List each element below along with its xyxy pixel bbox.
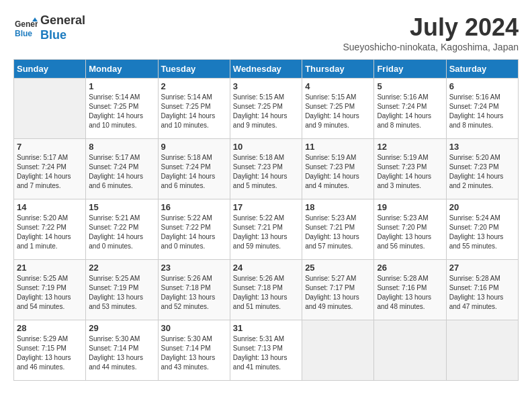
day-info: Sunrise: 5:20 AMSunset: 7:22 PMDaylight:… — [17, 214, 83, 251]
day-info: Sunrise: 5:21 AMSunset: 7:22 PMDaylight:… — [89, 214, 154, 251]
day-number: 9 — [161, 142, 227, 152]
day-number: 14 — [17, 202, 83, 212]
day-number: 20 — [449, 202, 515, 212]
calendar-cell: 16 Sunrise: 5:22 AMSunset: 7:22 PMDaylig… — [158, 199, 230, 260]
page-header: General Blue General Blue July 2024 Suey… — [13, 13, 519, 52]
calendar-cell: 20 Sunrise: 5:24 AMSunset: 7:20 PMDaylig… — [446, 199, 518, 260]
weekday-header-tuesday: Tuesday — [158, 60, 230, 79]
calendar-cell: 10 Sunrise: 5:18 AMSunset: 7:23 PMDaylig… — [230, 139, 302, 199]
calendar-cell: 29 Sunrise: 5:30 AMSunset: 7:14 PMDaylig… — [86, 320, 158, 381]
day-info: Sunrise: 5:19 AMSunset: 7:23 PMDaylight:… — [305, 153, 371, 191]
day-number: 1 — [89, 81, 154, 91]
day-number: 15 — [89, 202, 154, 212]
calendar-cell: 19 Sunrise: 5:23 AMSunset: 7:20 PMDaylig… — [374, 199, 446, 260]
calendar-cell: 27 Sunrise: 5:28 AMSunset: 7:16 PMDaylig… — [446, 260, 518, 320]
day-number: 21 — [17, 263, 83, 273]
day-info: Sunrise: 5:26 AMSunset: 7:18 PMDaylight:… — [233, 274, 299, 312]
day-number: 7 — [17, 142, 83, 152]
day-info: Sunrise: 5:28 AMSunset: 7:16 PMDaylight:… — [449, 274, 515, 312]
location: Sueyoshicho-ninokata, Kagoshima, Japan — [343, 42, 519, 52]
day-info: Sunrise: 5:15 AMSunset: 7:25 PMDaylight:… — [233, 93, 299, 130]
day-info: Sunrise: 5:17 AMSunset: 7:24 PMDaylight:… — [17, 153, 83, 191]
day-number: 5 — [377, 81, 443, 91]
day-number: 27 — [449, 263, 515, 273]
day-number: 31 — [233, 323, 299, 333]
weekday-header-row: SundayMondayTuesdayWednesdayThursdayFrid… — [14, 60, 519, 79]
day-number: 19 — [377, 202, 443, 212]
calendar-week-5: 28 Sunrise: 5:29 AMSunset: 7:15 PMDaylig… — [14, 320, 519, 381]
day-info: Sunrise: 5:23 AMSunset: 7:20 PMDaylight:… — [377, 214, 443, 251]
calendar-cell: 23 Sunrise: 5:26 AMSunset: 7:18 PMDaylig… — [158, 260, 230, 320]
day-info: Sunrise: 5:27 AMSunset: 7:17 PMDaylight:… — [305, 274, 371, 312]
day-info: Sunrise: 5:15 AMSunset: 7:25 PMDaylight:… — [305, 93, 371, 130]
calendar-cell: 5 Sunrise: 5:16 AMSunset: 7:24 PMDayligh… — [374, 79, 446, 139]
day-info: Sunrise: 5:31 AMSunset: 7:13 PMDaylight:… — [233, 334, 299, 372]
calendar-cell: 26 Sunrise: 5:28 AMSunset: 7:16 PMDaylig… — [374, 260, 446, 320]
day-info: Sunrise: 5:22 AMSunset: 7:21 PMDaylight:… — [233, 214, 299, 251]
calendar-week-4: 21 Sunrise: 5:25 AMSunset: 7:19 PMDaylig… — [14, 260, 519, 320]
day-info: Sunrise: 5:24 AMSunset: 7:20 PMDaylight:… — [449, 214, 515, 251]
day-number: 3 — [233, 81, 299, 91]
title-block: July 2024 Sueyoshicho-ninokata, Kagoshim… — [343, 13, 519, 52]
weekday-header-monday: Monday — [86, 60, 158, 79]
day-number: 28 — [17, 323, 83, 333]
day-info: Sunrise: 5:28 AMSunset: 7:16 PMDaylight:… — [377, 274, 443, 312]
logo: General Blue General Blue — [13, 13, 85, 42]
calendar-cell: 28 Sunrise: 5:29 AMSunset: 7:15 PMDaylig… — [14, 320, 86, 381]
day-number: 29 — [89, 323, 154, 333]
day-info: Sunrise: 5:25 AMSunset: 7:19 PMDaylight:… — [17, 274, 83, 312]
calendar-cell: 4 Sunrise: 5:15 AMSunset: 7:25 PMDayligh… — [302, 79, 374, 139]
calendar-cell: 8 Sunrise: 5:17 AMSunset: 7:24 PMDayligh… — [86, 139, 158, 199]
month-title: July 2024 — [343, 13, 519, 42]
calendar-cell: 30 Sunrise: 5:30 AMSunset: 7:14 PMDaylig… — [158, 320, 230, 381]
day-info: Sunrise: 5:22 AMSunset: 7:22 PMDaylight:… — [161, 214, 227, 251]
calendar-cell: 15 Sunrise: 5:21 AMSunset: 7:22 PMDaylig… — [86, 199, 158, 260]
day-number: 12 — [377, 142, 443, 152]
calendar-cell — [302, 320, 374, 381]
day-number: 30 — [161, 323, 227, 333]
day-info: Sunrise: 5:19 AMSunset: 7:23 PMDaylight:… — [377, 153, 443, 191]
calendar-cell: 21 Sunrise: 5:25 AMSunset: 7:19 PMDaylig… — [14, 260, 86, 320]
weekday-header-thursday: Thursday — [302, 60, 374, 79]
calendar-cell: 7 Sunrise: 5:17 AMSunset: 7:24 PMDayligh… — [14, 139, 86, 199]
calendar-cell: 18 Sunrise: 5:23 AMSunset: 7:21 PMDaylig… — [302, 199, 374, 260]
day-number: 2 — [161, 81, 227, 91]
day-number: 18 — [305, 202, 371, 212]
day-number: 17 — [233, 202, 299, 212]
day-number: 22 — [89, 263, 154, 273]
calendar-cell: 13 Sunrise: 5:20 AMSunset: 7:23 PMDaylig… — [446, 139, 518, 199]
day-info: Sunrise: 5:26 AMSunset: 7:18 PMDaylight:… — [161, 274, 227, 312]
calendar-cell: 14 Sunrise: 5:20 AMSunset: 7:22 PMDaylig… — [14, 199, 86, 260]
calendar-cell — [446, 320, 518, 381]
calendar-cell: 3 Sunrise: 5:15 AMSunset: 7:25 PMDayligh… — [230, 79, 302, 139]
day-number: 23 — [161, 263, 227, 273]
day-number: 25 — [305, 263, 371, 273]
calendar-cell: 31 Sunrise: 5:31 AMSunset: 7:13 PMDaylig… — [230, 320, 302, 381]
day-info: Sunrise: 5:20 AMSunset: 7:23 PMDaylight:… — [449, 153, 515, 191]
day-info: Sunrise: 5:29 AMSunset: 7:15 PMDaylight:… — [17, 334, 83, 372]
day-info: Sunrise: 5:23 AMSunset: 7:21 PMDaylight:… — [305, 214, 371, 251]
calendar-week-2: 7 Sunrise: 5:17 AMSunset: 7:24 PMDayligh… — [14, 139, 519, 199]
calendar-table: SundayMondayTuesdayWednesdayThursdayFrid… — [13, 59, 519, 381]
day-number: 4 — [305, 81, 371, 91]
day-number: 11 — [305, 142, 371, 152]
day-info: Sunrise: 5:14 AMSunset: 7:25 PMDaylight:… — [89, 93, 154, 130]
calendar-cell: 24 Sunrise: 5:26 AMSunset: 7:18 PMDaylig… — [230, 260, 302, 320]
day-info: Sunrise: 5:30 AMSunset: 7:14 PMDaylight:… — [89, 334, 154, 372]
day-number: 13 — [449, 142, 515, 152]
day-number: 16 — [161, 202, 227, 212]
day-number: 10 — [233, 142, 299, 152]
day-info: Sunrise: 5:18 AMSunset: 7:24 PMDaylight:… — [161, 153, 227, 191]
weekday-header-wednesday: Wednesday — [230, 60, 302, 79]
svg-text:Blue: Blue — [15, 29, 32, 38]
day-info: Sunrise: 5:25 AMSunset: 7:19 PMDaylight:… — [89, 274, 154, 312]
calendar-cell: 11 Sunrise: 5:19 AMSunset: 7:23 PMDaylig… — [302, 139, 374, 199]
day-info: Sunrise: 5:16 AMSunset: 7:24 PMDaylight:… — [377, 93, 443, 130]
calendar-week-3: 14 Sunrise: 5:20 AMSunset: 7:22 PMDaylig… — [14, 199, 519, 260]
logo-icon: General Blue — [13, 16, 38, 40]
calendar-cell — [14, 79, 86, 139]
weekday-header-friday: Friday — [374, 60, 446, 79]
calendar-cell: 2 Sunrise: 5:14 AMSunset: 7:25 PMDayligh… — [158, 79, 230, 139]
calendar-cell: 22 Sunrise: 5:25 AMSunset: 7:19 PMDaylig… — [86, 260, 158, 320]
calendar-cell: 1 Sunrise: 5:14 AMSunset: 7:25 PMDayligh… — [86, 79, 158, 139]
